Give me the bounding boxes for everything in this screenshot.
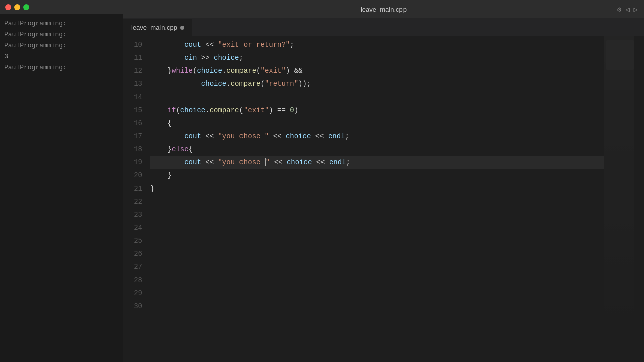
editor-title: leave_main.cpp xyxy=(361,6,407,13)
code-line-19: cout << "you chose " << choice << endl; xyxy=(150,156,604,169)
code-line-14 xyxy=(150,90,604,104)
tab-label: leave_main.cpp xyxy=(131,24,177,31)
code-line-28 xyxy=(150,274,604,287)
terminal-line: PaulProgramming: xyxy=(2,18,121,29)
code-line-25 xyxy=(150,234,604,247)
code-line-18: }else{ xyxy=(150,143,604,156)
nav-back-icon[interactable]: ◁ xyxy=(625,5,629,14)
code-line-12: }while(choice.compare("exit") && xyxy=(150,64,604,77)
code-line-15: if(choice.compare("exit") == 0) xyxy=(150,104,604,117)
code-line-16: { xyxy=(150,117,604,130)
settings-icon[interactable]: ⚙ xyxy=(617,5,621,14)
terminal-line: PaulProgramming: xyxy=(2,62,121,73)
terminal-line: PaulProgramming: xyxy=(2,40,121,51)
minimap xyxy=(604,36,644,362)
code-line-27 xyxy=(150,260,604,274)
editor-panel: leave_main.cpp ⚙ ◁ ▷ leave_main.cpp 10 1… xyxy=(123,0,644,362)
editor-titlebar-right: ⚙ ◁ ▷ xyxy=(617,5,638,14)
code-line-21: } xyxy=(150,182,604,195)
code-line-11: cin >> choice; xyxy=(150,51,604,64)
code-line-26 xyxy=(150,247,604,260)
code-line-30 xyxy=(150,300,604,313)
editor-titlebar: leave_main.cpp ⚙ ◁ ▷ xyxy=(123,0,644,18)
terminal-titlebar xyxy=(0,0,123,14)
maximize-button[interactable] xyxy=(23,4,29,10)
terminal-panel: PaulProgramming: PaulProgramming: PaulPr… xyxy=(0,0,123,362)
code-line-17: cout << "you chose " << choice << endl; xyxy=(150,130,604,143)
code-editor[interactable]: cout << "exit or return?"; cin >> choice… xyxy=(148,36,604,362)
tab-modified-indicator xyxy=(180,26,184,30)
minimize-button[interactable] xyxy=(14,4,20,10)
line-numbers: 10 11 12 13 14 15 16 17 18 19 20 21 22 2… xyxy=(123,36,148,362)
code-area[interactable]: 10 11 12 13 14 15 16 17 18 19 20 21 22 2… xyxy=(123,36,644,362)
code-line-23 xyxy=(150,208,604,221)
code-line-10: cout << "exit or return?"; xyxy=(150,38,604,51)
terminal-content: PaulProgramming: PaulProgramming: PaulPr… xyxy=(0,14,123,362)
code-line-13: choice.compare("return")); xyxy=(150,77,604,90)
code-line-29 xyxy=(150,287,604,300)
code-line-20: } xyxy=(150,169,604,182)
terminal-line: 3 xyxy=(2,51,121,62)
nav-forward-icon[interactable]: ▷ xyxy=(634,5,638,14)
tab-leave-main[interactable]: leave_main.cpp xyxy=(123,19,192,36)
code-line-22 xyxy=(150,195,604,208)
close-button[interactable] xyxy=(5,4,11,10)
tab-bar: leave_main.cpp xyxy=(123,18,644,36)
terminal-line: PaulProgramming: xyxy=(2,29,121,40)
code-line-24 xyxy=(150,221,604,234)
